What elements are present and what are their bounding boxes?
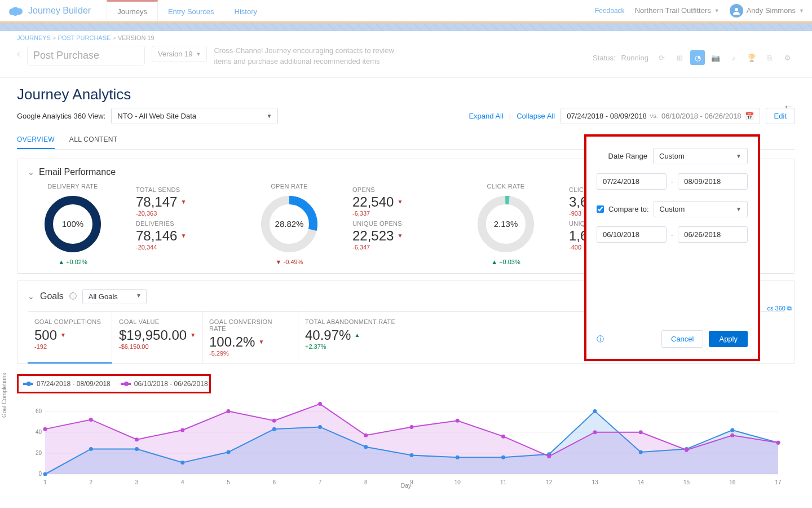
- svg-point-41: [410, 453, 414, 457]
- crumb-post-purchase[interactable]: POST PURCHASE: [58, 34, 111, 41]
- trophy-icon[interactable]: 🏆: [744, 50, 759, 65]
- svg-point-53: [180, 428, 184, 432]
- legend-item-primary[interactable]: 07/24/2018 - 08/09/2018: [23, 380, 111, 388]
- caret-down-icon: ▼: [397, 199, 403, 205]
- goal-abandonment-cell[interactable]: TOTAL ABANDONMENT RATE 40.97%▲ +2.37%: [298, 312, 405, 364]
- svg-text:14: 14: [638, 479, 645, 485]
- legend-highlight-box: 07/24/2018 - 08/09/2018 06/10/2018 - 06/…: [17, 374, 211, 393]
- click-rate-value: 2.13%: [475, 193, 537, 255]
- chevron-down-icon: ▼: [799, 8, 804, 14]
- goal-completions-delta: -192: [34, 343, 102, 350]
- total-sends-value: 78,147: [136, 194, 177, 210]
- goal-value-label: GOAL VALUE: [119, 318, 192, 325]
- goal-value-cell[interactable]: GOAL VALUE $19,950.00▼ -$6,150.00: [112, 312, 202, 364]
- date-to-input[interactable]: 08/09/2018: [678, 173, 748, 190]
- svg-text:3: 3: [135, 479, 139, 485]
- exit-icon[interactable]: ⎘: [762, 50, 777, 65]
- svg-point-36: [180, 461, 184, 465]
- compare-checkbox[interactable]: [597, 205, 604, 213]
- date-from-input[interactable]: 07/24/2018: [597, 173, 667, 190]
- svg-point-37: [227, 450, 231, 454]
- vs-label: vs.: [650, 112, 658, 119]
- org-picker[interactable]: Northern Trail Outfitters ▼: [635, 6, 720, 15]
- goal-value-value: $19,950.00: [119, 327, 187, 343]
- compare-to-input[interactable]: 06/26/2018: [678, 226, 748, 243]
- legend-dot-icon: [23, 383, 33, 385]
- org-name: Northern Trail Outfitters: [635, 6, 711, 15]
- svg-point-61: [547, 454, 551, 458]
- user-picker[interactable]: Andy Simmons ▼: [730, 4, 804, 17]
- feedback-link[interactable]: Feedback: [595, 7, 625, 15]
- opens-value: 22,540: [352, 194, 394, 210]
- refresh-icon[interactable]: ⟳: [654, 50, 669, 65]
- collapse-chevron-icon[interactable]: ⌄: [28, 168, 34, 177]
- svg-text:13: 13: [592, 479, 598, 485]
- date-range-select[interactable]: Custom ▼: [653, 148, 748, 164]
- back-arrow-icon[interactable]: ←: [783, 99, 795, 114]
- back-chevron-icon[interactable]: ‹: [17, 46, 20, 60]
- goal-completions-cell[interactable]: GOAL COMPLETIONS 500▼ -192: [28, 312, 112, 364]
- expand-all-link[interactable]: Expand All: [469, 112, 503, 120]
- svg-point-38: [272, 427, 276, 431]
- legend-item-compare[interactable]: 06/10/2018 - 06/26/2018: [121, 380, 208, 388]
- svg-point-0: [735, 8, 738, 11]
- top-nav: Journey Builder Journeys Entry Sources H…: [0, 0, 812, 21]
- svg-point-43: [501, 456, 505, 459]
- tab-journeys[interactable]: Journeys: [107, 0, 158, 21]
- goal-conversion-value: 100.2%: [209, 334, 255, 350]
- compare-select-value: Custom: [660, 205, 685, 213]
- caret-down-icon: ▼: [397, 233, 403, 239]
- svg-point-46: [639, 450, 643, 454]
- tab-all-content[interactable]: ALL CONTENT: [69, 131, 118, 149]
- page-title: Journey Analytics: [17, 86, 795, 103]
- open-rate-label: OPEN RATE: [244, 183, 334, 190]
- salesforce-logo-icon: [8, 5, 24, 16]
- music-icon[interactable]: ♪: [726, 50, 741, 65]
- analytics-icon[interactable]: ◔: [690, 50, 705, 65]
- svg-text:6: 6: [272, 479, 276, 485]
- gear-icon[interactable]: ⚙: [780, 50, 795, 65]
- cancel-button[interactable]: Cancel: [661, 330, 703, 348]
- goals-chart: 02040601234567891011121314151617: [17, 395, 795, 491]
- chevron-down-icon: ▼: [736, 206, 742, 212]
- goals-select[interactable]: All Goals ▼: [82, 289, 147, 304]
- journey-name-input[interactable]: Post Purchase: [27, 46, 145, 65]
- svg-text:9: 9: [410, 479, 413, 485]
- compare-from-input[interactable]: 06/10/2018: [597, 226, 667, 243]
- tab-history[interactable]: History: [224, 0, 267, 21]
- date-range-display[interactable]: 07/24/2018 - 08/09/2018 vs. 06/10/2018 -…: [561, 108, 760, 124]
- svg-point-50: [43, 427, 47, 431]
- camera-icon[interactable]: 📷: [708, 50, 723, 65]
- goals-heading: Goals: [40, 291, 64, 301]
- apply-button[interactable]: Apply: [709, 331, 748, 347]
- delivery-rate-value: 100%: [42, 193, 104, 255]
- svg-text:10: 10: [454, 479, 461, 485]
- external-link[interactable]: cs 360 ⧉: [767, 305, 792, 312]
- topnav-tabs: Journeys Entry Sources History: [107, 0, 267, 21]
- total-sends-delta: -20,363: [136, 210, 226, 217]
- tab-entry-sources[interactable]: Entry Sources: [158, 0, 224, 21]
- grid-icon[interactable]: ⊞: [672, 50, 687, 65]
- view-select[interactable]: NTO - All Web Site Data ▼: [111, 108, 278, 124]
- collapse-chevron-icon[interactable]: ⌄: [28, 292, 34, 301]
- version-picker[interactable]: Version 19 ▼: [152, 46, 207, 62]
- info-icon[interactable]: ⓘ: [69, 291, 77, 301]
- svg-text:60: 60: [36, 408, 42, 414]
- svg-point-55: [272, 419, 276, 423]
- svg-text:2: 2: [89, 479, 92, 485]
- tab-overview[interactable]: OVERVIEW: [17, 131, 55, 149]
- chevron-down-icon: ▼: [266, 113, 272, 119]
- info-icon[interactable]: ⓘ: [597, 334, 604, 344]
- deliveries-label: DELIVERIES: [136, 220, 226, 227]
- svg-text:5: 5: [227, 479, 230, 485]
- svg-point-45: [593, 409, 597, 413]
- unique-opens-delta: -6,347: [352, 244, 443, 251]
- collapse-all-link[interactable]: Collapse All: [517, 112, 555, 120]
- goal-conversion-cell[interactable]: GOAL CONVERSION RATE 100.2%▼ -5.29%: [202, 312, 298, 364]
- delivery-rate-donut: 100%: [42, 193, 104, 255]
- chevron-down-icon: ▼: [714, 8, 720, 14]
- crumb-journeys[interactable]: JOURNEYS: [17, 34, 51, 41]
- date-range-label: Date Range: [608, 152, 647, 160]
- open-rate-value: 28.82%: [258, 193, 320, 255]
- compare-select[interactable]: Custom ▼: [654, 201, 748, 217]
